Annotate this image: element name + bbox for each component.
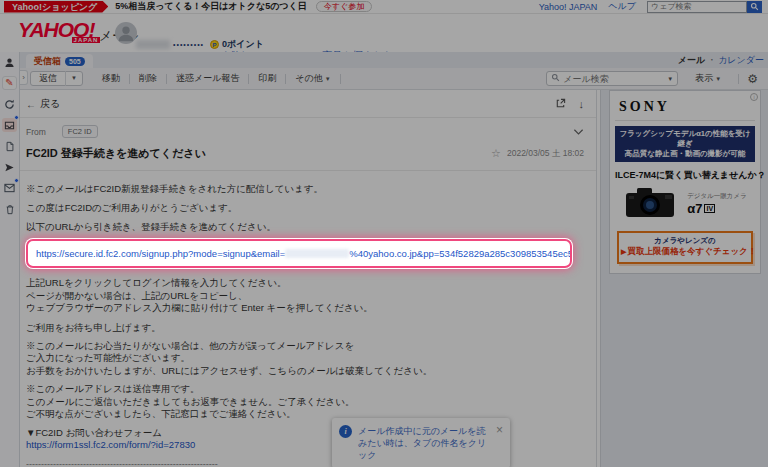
more-button[interactable]: その他▼ bbox=[286, 71, 339, 86]
drafts-icon[interactable] bbox=[2, 139, 17, 153]
ad-cta-line2: ▶買取上限価格を今すぐチェック！ bbox=[621, 246, 749, 258]
play-icon: ▶ bbox=[621, 248, 626, 255]
mail-nav-link[interactable]: メール bbox=[678, 54, 705, 67]
mail-search-input[interactable] bbox=[563, 74, 662, 84]
body-paragraph: ※このメールアドレスは送信専用です。 このメールにご返信いただきましてもお返事で… bbox=[26, 383, 582, 421]
left-icon-rail: ✎ bbox=[0, 52, 20, 467]
ad-cta-text: 買取上限価格を今すぐチェック！ bbox=[627, 246, 756, 256]
nav-separator: ・ bbox=[707, 54, 716, 67]
body-line: ページが開かない場合は、上記のURLをコピーし、 bbox=[26, 290, 582, 303]
masked-username-dots: ••••••••• bbox=[173, 41, 204, 48]
more-label: その他 bbox=[295, 73, 322, 83]
delete-button[interactable]: 削除 bbox=[130, 71, 166, 86]
compose-icon[interactable]: ✎ bbox=[2, 76, 17, 90]
inbox-folder-icon[interactable] bbox=[2, 118, 17, 132]
info-icon: i bbox=[339, 425, 352, 438]
sony-logo: SONY bbox=[619, 99, 755, 115]
body-line: お手数をおかけいたしますが、URLにはアクセスせず、こちらのメールは破棄してくだ… bbox=[26, 365, 582, 378]
from-label: From bbox=[26, 127, 46, 137]
promo-message[interactable]: 5%相当戻ってくる！今日はオトクな5のつく日 bbox=[115, 0, 307, 13]
mail-subject: FC2ID 登録手続きを進めてください bbox=[26, 146, 206, 161]
right-sidebar: i SONY フラッグシップモデルα1の性能を受け継ぎ 高品質な静止画・動画の撮… bbox=[600, 90, 768, 467]
signup-url-highlight: https://secure.id.fc2.com/signup.php?mod… bbox=[26, 239, 572, 268]
send-icon[interactable] bbox=[2, 160, 17, 174]
ad-banner-line: 高品質な静止画・動画の撮影が可能 bbox=[616, 149, 754, 159]
ad-info-icon[interactable]: i bbox=[750, 93, 758, 101]
ad-banner-line: フラッグシップモデルα1の性能を受け継ぎ bbox=[616, 129, 754, 149]
product-name: α7IV bbox=[687, 201, 747, 216]
view-button[interactable]: 表示▼ bbox=[686, 71, 730, 86]
download-icon[interactable]: ↓ bbox=[579, 99, 585, 110]
body-line: ※このメールはFC2ID新規登録手続きをされた方に配信しています。 bbox=[26, 182, 582, 195]
open-in-new-window-icon[interactable] bbox=[555, 95, 566, 113]
chevron-down-icon: ▼ bbox=[715, 76, 721, 82]
view-label: 表示 bbox=[695, 73, 713, 83]
toolbar-divider bbox=[738, 74, 739, 84]
sony-ad[interactable]: i SONY フラッグシップモデルα1の性能を受け継ぎ 高品質な静止画・動画の撮… bbox=[609, 90, 761, 274]
toast-message: メール作成中に元のメールを読みたい時は、タブの件名をクリック bbox=[358, 425, 490, 461]
masked-email bbox=[285, 249, 349, 258]
product-type: デジタル一眼カメラ bbox=[687, 192, 747, 201]
person-icon bbox=[115, 22, 137, 44]
help-link[interactable]: ヘルプ bbox=[608, 0, 636, 13]
signup-url-link[interactable]: https://secure.id.fc2.com/signup.php?mod… bbox=[36, 248, 572, 259]
move-button[interactable]: 移動 bbox=[93, 71, 129, 86]
ad-banner: フラッグシップモデルα1の性能を受け継ぎ 高品質な静止画・動画の撮影が可能 bbox=[615, 126, 755, 162]
yahoo-shopping-ribbon[interactable]: Yahoo!ショッピング bbox=[4, 1, 108, 13]
refresh-icon[interactable] bbox=[2, 97, 17, 111]
sender-chip[interactable]: FC2 ID bbox=[62, 125, 98, 138]
logo-japan-badge: JAPAN bbox=[72, 37, 101, 43]
trash-icon[interactable] bbox=[2, 202, 17, 216]
url-prefix: https://secure.id.fc2.com/signup.php?mod… bbox=[36, 248, 285, 259]
ad-cta-button[interactable]: カメラやレンズの ▶買取上限価格を今すぐチェック！ bbox=[617, 231, 753, 264]
mail-reading-pane: ← 戻る ↓ From FC2 ID FC2ID 登録手続きを進めてください ☆… bbox=[20, 90, 597, 467]
body-line: ウェブブラウザーのアドレス入力欄に貼り付けて Enter キーを押してください。 bbox=[26, 302, 582, 315]
spam-report-button[interactable]: 迷惑メール報告 bbox=[167, 71, 248, 86]
mail-date: 2022/03/05 土 18:02 bbox=[507, 148, 584, 160]
search-icon bbox=[551, 73, 560, 84]
inbox-count-badge: 505 bbox=[65, 57, 85, 66]
body-line: 以下のURLから引き続き、登録手続きを進めてください。 bbox=[26, 220, 582, 233]
promo-join-button[interactable]: 今すぐ参加 bbox=[316, 1, 372, 12]
close-icon[interactable]: × bbox=[496, 425, 503, 435]
ad-headline: ILCE-7M4に賢く買い替えませんか？ bbox=[615, 169, 755, 182]
body-paragraph: 上記URLをクリックしてログイン情報を入力してください。 ページが開かない場合は… bbox=[26, 277, 582, 315]
web-search-input[interactable] bbox=[647, 1, 747, 13]
body-line: ご利用をお待ち申し上げます。 bbox=[26, 321, 582, 334]
camera-image bbox=[623, 185, 679, 223]
yahoo-japan-link[interactable]: Yahoo! JAPAN bbox=[539, 2, 598, 12]
body-line: このメールにご返信いただきましてもお返事できません。ご了承ください。 bbox=[26, 396, 582, 409]
rail-expander[interactable]: › bbox=[20, 70, 28, 85]
product-generation: IV bbox=[704, 204, 715, 213]
mail-icon[interactable] bbox=[2, 181, 17, 195]
collapse-details-icon[interactable] bbox=[573, 128, 584, 136]
reply-button[interactable]: 返信 ▼ bbox=[30, 71, 83, 86]
mail-tab-bar: 受信箱 505 メール ・ カレンダー bbox=[20, 52, 768, 68]
print-button[interactable]: 印刷 bbox=[249, 71, 285, 86]
contact-form-link[interactable]: https://form1ssl.fc2.com/form/?id=27830 bbox=[26, 439, 195, 450]
back-button[interactable]: 戻る bbox=[40, 97, 60, 111]
reply-caret-icon[interactable]: ▼ bbox=[65, 71, 82, 86]
avatar[interactable] bbox=[115, 22, 137, 44]
inbox-tab-label: 受信箱 bbox=[34, 55, 61, 68]
masthead: YAHOO!JAPAN メール ••••••••• P 0ポイント いま欲しいフ… bbox=[0, 14, 768, 52]
calendar-nav-link[interactable]: カレンダー bbox=[718, 54, 764, 67]
toolbar-divider bbox=[340, 74, 341, 84]
mail-search-box[interactable]: ▼ bbox=[546, 71, 678, 86]
star-icon[interactable]: ☆ bbox=[491, 148, 501, 159]
ad-cta-line1: カメラやレンズの bbox=[621, 236, 749, 246]
gear-icon[interactable]: ⚙ bbox=[747, 73, 758, 85]
body-line: 上記URLをクリックしてログイン情報を入力してください。 bbox=[26, 277, 582, 290]
chevron-down-icon[interactable]: ▼ bbox=[667, 76, 673, 82]
yahoo-japan-logo[interactable]: YAHOO!JAPAN bbox=[18, 18, 94, 42]
tab-inbox[interactable]: 受信箱 505 bbox=[26, 54, 93, 68]
web-search-button[interactable] bbox=[747, 1, 762, 13]
chevron-down-icon: ▼ bbox=[325, 76, 331, 82]
unread-dot bbox=[14, 115, 19, 120]
contacts-icon[interactable] bbox=[2, 55, 17, 69]
back-arrow-icon[interactable]: ← bbox=[26, 99, 36, 110]
url-suffix: %40yahoo.co.jp&pp=534f52829a285c30985354… bbox=[349, 248, 572, 259]
body-line: この度はFC2IDのご利用ありがとうございます。 bbox=[26, 201, 582, 214]
body-line: ※このメールアドレスは送信専用です。 bbox=[26, 383, 582, 396]
masked-username bbox=[136, 40, 170, 49]
